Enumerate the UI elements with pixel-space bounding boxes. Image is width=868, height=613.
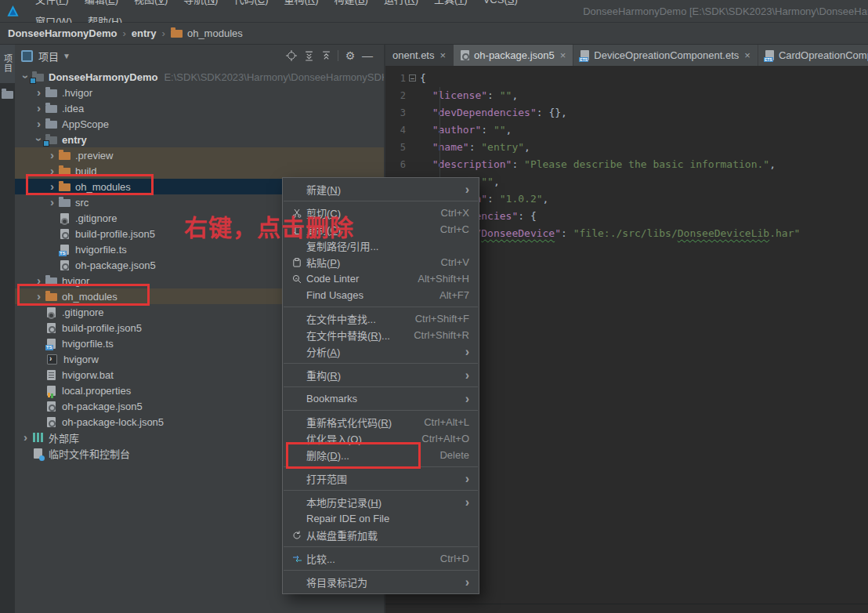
menu-item-local-history[interactable]: 本地历史记录(H)› [283, 494, 479, 510]
ets-file-icon [765, 50, 774, 60]
chevron-down-icon[interactable]: ▼ [63, 52, 71, 60]
breadcrumb-item[interactable]: entry [132, 27, 157, 39]
menu-vcs[interactable]: VCS(S) [476, 0, 526, 5]
hide-panel-icon[interactable]: — [359, 49, 376, 63]
project-files-icon[interactable] [2, 91, 13, 99]
annotation-text: 右键，点击删除 [184, 209, 354, 243]
menu-shortcut: Ctrl+Shift+R [414, 329, 469, 341]
menu-item-refactor[interactable]: 重构(R)› [283, 367, 479, 383]
close-icon[interactable]: × [744, 50, 750, 60]
properties-file-icon [47, 386, 56, 396]
menu-item-mark-directory-as[interactable]: 将目录标记为› [283, 574, 479, 590]
project-view-selector[interactable]: 项目 [38, 49, 59, 63]
menu-build[interactable]: 构建(B) [327, 0, 376, 5]
breadcrumb-item[interactable]: DonseeHarmonyDemo [8, 27, 117, 39]
tree-item-.idea[interactable]: ›.idea [15, 100, 384, 116]
expand-all-icon[interactable] [300, 49, 317, 63]
menu-item-find-usages[interactable]: Find UsagesAlt+F7 [283, 287, 479, 303]
title-bar: 文件(F)编辑(E)视图(V)导航(N)代码(C)重构(R)构建(B)运行(R)… [0, 0, 868, 23]
menu-separator [284, 201, 478, 201]
line-number: 3 [385, 104, 406, 122]
menu-item-bookmarks[interactable]: Bookmarks› [283, 390, 479, 407]
menu-item-repair-ide[interactable]: Repair IDE on File [283, 510, 479, 527]
menu-separator [284, 490, 478, 491]
scratch-file-icon [34, 448, 42, 459]
close-icon[interactable]: × [440, 50, 447, 60]
red-highlight-root-oh-modules [17, 284, 150, 306]
menu-run[interactable]: 运行(R) [376, 0, 426, 5]
breadcrumb-separator: › [162, 27, 165, 39]
submenu-arrow-icon: › [465, 576, 469, 589]
tree-item-entry[interactable]: ›entry [15, 132, 384, 147]
menu-shortcut: Ctrl+C [440, 223, 469, 235]
ide-window: { "window": { "title": "DonseeHarmonyDem… [0, 0, 868, 613]
editor-tab-bar: onent.ets×oh-package.json5×DeviceOpreati… [385, 44, 868, 67]
json5-file-icon [461, 50, 469, 60]
menu-shortcut: Ctrl+Alt+O [421, 433, 469, 444]
close-icon[interactable]: × [560, 50, 566, 60]
menu-item-reload-from-disk[interactable]: 从磁盘重新加载 [283, 527, 479, 543]
menu-edit[interactable]: 编辑(E) [77, 0, 126, 5]
folder-icon [59, 199, 71, 207]
settings-gear-icon[interactable]: ⚙ [342, 49, 359, 63]
submenu-arrow-icon: › [465, 473, 469, 485]
compare-icon [288, 554, 306, 564]
chevron-right-icon[interactable]: › [32, 100, 45, 116]
tree-item-DonseeHarmonyDemo[interactable]: ›DonseeHarmonyDemoE:\SDK\SDK2023\Harmony… [15, 69, 384, 85]
module-folder-icon [32, 74, 44, 82]
menu-separator [284, 363, 478, 364]
tree-item-.hvigor[interactable]: ›.hvigor [15, 85, 384, 100]
project-tool-window-tab[interactable]: 项目 [0, 44, 15, 83]
code-line: 1−{ [385, 70, 868, 87]
menu-refactor[interactable]: 重构(R) [277, 0, 327, 5]
menu-item-open-in[interactable]: 打开范围› [283, 470, 479, 487]
tab-device-opreation[interactable]: DeviceOpreationComponent.ets× [573, 44, 758, 66]
menu-separator [284, 546, 478, 547]
divider [338, 50, 338, 61]
code-line: 2 "license": "", [385, 87, 868, 104]
tree-item-.preview[interactable]: ›.preview [15, 147, 384, 163]
menu-shortcut: Alt+Shift+H [418, 273, 469, 285]
locate-icon[interactable] [283, 49, 300, 63]
folder-icon [45, 105, 57, 113]
collapse-all-icon[interactable] [317, 49, 335, 63]
red-highlight-entry-oh-modules [26, 174, 154, 195]
menu-file[interactable]: 文件(F) [27, 0, 77, 5]
menu-item-replace-in-files[interactable]: 在文件中替换(R)...Ctrl+Shift+R [283, 327, 479, 343]
menu-item-new[interactable]: 新建(N)› [283, 181, 479, 198]
library-icon [33, 433, 44, 442]
gitignore-file-icon [60, 213, 69, 223]
tree-item-AppScope[interactable]: ›AppScope [15, 116, 384, 132]
menu-shortcut: Ctrl+Alt+L [424, 416, 469, 428]
chevron-right-icon[interactable]: › [32, 85, 45, 100]
menu-item-analyze[interactable]: 分析(A)› [283, 343, 479, 360]
menu-item-compare[interactable]: 比较...Ctrl+D [283, 550, 479, 567]
tab-onent-ets[interactable]: onent.ets× [385, 44, 453, 66]
tab-oh-package-json5[interactable]: oh-package.json5× [454, 44, 573, 66]
menu-code[interactable]: 代码(C) [226, 0, 276, 5]
menu-item-reformat-code[interactable]: 重新格式化代码(R)Ctrl+Alt+L [283, 414, 479, 430]
menu-tools[interactable]: 工具(T) [426, 0, 476, 5]
reload-icon [288, 531, 306, 540]
chevron-right-icon[interactable]: › [45, 147, 59, 163]
menu-item-find-in-files[interactable]: 在文件中查找...Ctrl+Shift+F [283, 310, 479, 327]
chevron-right-icon[interactable]: › [32, 116, 45, 132]
menu-item-paste[interactable]: 粘贴(P)Ctrl+V [283, 254, 479, 270]
chevron-right-icon[interactable]: › [19, 430, 32, 445]
menu-navigate[interactable]: 导航(N) [175, 0, 226, 5]
menu-shortcut: Ctrl+V [441, 256, 469, 268]
menu-view[interactable]: 视图(V) [126, 0, 175, 5]
menu-item-code-linter[interactable]: Code LinterAlt+Shift+H [283, 270, 479, 287]
line-number: 1 [385, 70, 406, 87]
fold-marker-icon[interactable]: − [409, 74, 416, 82]
code-line: 3 "devDependencies": {}, [385, 104, 868, 122]
editor-bottom-seam [385, 604, 868, 604]
line-number: 5 [385, 139, 406, 156]
chevron-right-icon[interactable]: › [45, 194, 59, 210]
tab-card-opreation[interactable]: CardOpreationComp [758, 44, 868, 66]
line-number: 2 [385, 87, 406, 104]
script-file-icon [47, 354, 57, 365]
breadcrumb-item[interactable]: oh_modules [171, 27, 243, 39]
json5-file-icon [60, 229, 69, 239]
menu-shortcut: Delete [439, 449, 469, 461]
